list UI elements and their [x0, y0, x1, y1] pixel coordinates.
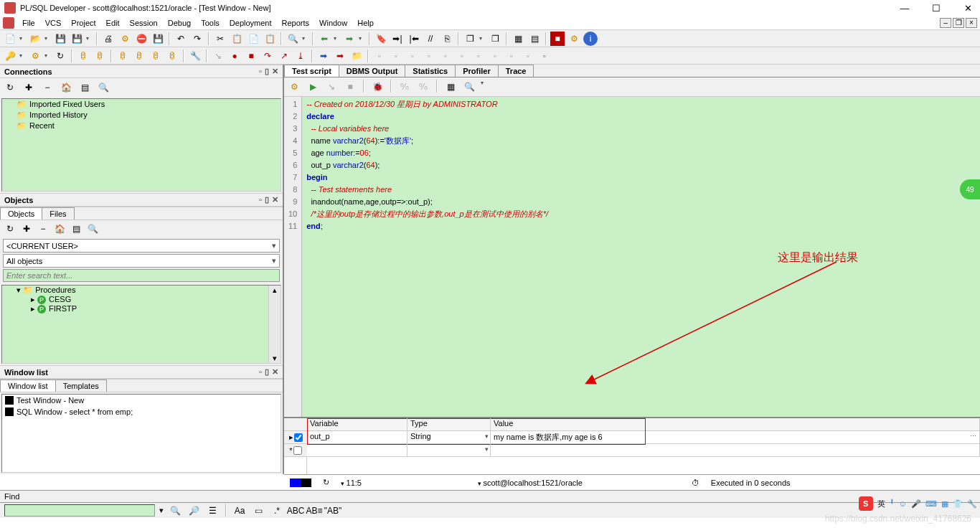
tab-test-script[interactable]: Test script [284, 65, 339, 77]
tab-files[interactable]: Files [42, 207, 74, 220]
about-button[interactable]: i [583, 32, 598, 46]
stop2-button[interactable]: ■ [343, 80, 357, 94]
obj-refresh-icon[interactable]: ↻ [3, 222, 17, 236]
indent-button[interactable]: ➡| [390, 32, 405, 46]
panel-pin-icon[interactable]: ▫ [259, 67, 262, 76]
go2-button[interactable]: ➡ [333, 49, 347, 63]
type-dropdown-icon[interactable]: ▾ [485, 433, 489, 440]
paste-special-button[interactable]: 📋 [263, 32, 277, 46]
tab-dbms-output[interactable]: DBMS Output [339, 65, 405, 77]
row-check-1[interactable] [294, 433, 303, 442]
wl-close-icon[interactable]: ✕ [272, 367, 278, 377]
obj-nav-icon[interactable]: 🏠 [52, 222, 67, 236]
step-button[interactable]: ↘ [324, 80, 339, 94]
cell-type[interactable]: String▾ [407, 431, 491, 443]
find-ab-button[interactable]: AB≡ [307, 504, 321, 518]
undo-button[interactable]: ↶ [174, 32, 188, 46]
tree-item-firstp[interactable]: ▸ PFIRSTP [2, 304, 281, 314]
commit-button[interactable]: 💾 [151, 32, 165, 46]
ime-s-icon[interactable]: S [859, 496, 873, 511]
cut-button[interactable]: ✂ [213, 32, 227, 46]
tab-profiler[interactable]: Profiler [455, 65, 499, 77]
open-button[interactable]: 📂 [28, 32, 42, 46]
menu-reports[interactable]: Reports [277, 17, 315, 29]
wl-dock-icon[interactable]: ▯ [265, 367, 269, 377]
find-word-button[interactable]: ▭ [251, 504, 265, 518]
minimize-button[interactable]: — [895, 1, 914, 14]
find-all-button[interactable]: ☰ [205, 504, 220, 518]
grid-button[interactable]: ▦ [443, 80, 458, 94]
d7-button[interactable]: ▫ [471, 49, 486, 63]
menu-project[interactable]: Project [66, 17, 100, 29]
status-position[interactable]: 11:5 [341, 478, 362, 487]
back-button[interactable]: ⬅ [317, 32, 331, 46]
comment-button[interactable]: // [423, 32, 438, 46]
db-4-button[interactable]: 🛢 [132, 49, 146, 63]
badge-count[interactable]: 49 [960, 179, 980, 199]
col-value[interactable]: Value [491, 418, 980, 430]
cell-variable[interactable]: out_p [307, 431, 407, 443]
refresh-button[interactable]: ↻ [53, 49, 67, 63]
db-1-button[interactable]: 🛢 [76, 49, 90, 63]
menu-deployment[interactable]: Deployment [225, 17, 277, 29]
sb-up[interactable]: ▴ [269, 286, 281, 295]
cascade-button[interactable]: ▤ [527, 32, 542, 46]
code-body[interactable]: -- Created on 2018/12/30 星期日 by ADMINIST… [302, 97, 552, 417]
row-check-new[interactable] [293, 446, 302, 455]
save-button[interactable]: 💾 [53, 32, 67, 46]
run-button[interactable]: ▶ [306, 80, 320, 94]
tree-item-cesg[interactable]: ▸ PCESG [2, 295, 281, 304]
conn-node-imported-history[interactable]: Imported History [2, 110, 281, 121]
sb-down[interactable]: ▾ [269, 354, 281, 363]
winlist-item-sql[interactable]: SQL Window - select * from emp; [2, 406, 281, 418]
d10-button[interactable]: ▫ [521, 49, 535, 63]
menu-debug[interactable]: Debug [163, 17, 196, 29]
cell-value[interactable]: my name is 数据库,my age is 6⋯ [491, 431, 980, 443]
save-all-button[interactable]: 💾 [70, 32, 84, 46]
d4-button[interactable]: ▫ [422, 49, 436, 63]
tab-objects[interactable]: Objects [0, 207, 42, 220]
win2-button[interactable]: ❐ [488, 32, 502, 46]
tab-windowlist[interactable]: Window list [0, 380, 56, 392]
obj-close-icon[interactable]: ✕ [272, 195, 278, 204]
mdi-minimize[interactable]: – [940, 18, 951, 28]
step-over-button[interactable]: ↷ [260, 49, 275, 63]
d8-button[interactable]: ▫ [488, 49, 502, 63]
tree-procedures[interactable]: ▾ 📁 Procedures [2, 286, 281, 295]
exec-button[interactable]: ⚙ [118, 32, 132, 46]
obj-tree-icon[interactable]: ▤ [69, 222, 83, 236]
obj-dock-icon[interactable]: ▯ [265, 195, 269, 204]
break-button[interactable]: ⛔ [134, 32, 149, 46]
vo2-button[interactable]: ⁰⁄₀ [416, 80, 430, 94]
conn-remove-icon[interactable]: − [40, 80, 55, 95]
connections-tree[interactable]: Imported Fixed Users Imported History Re… [1, 98, 281, 192]
d5-button[interactable]: ▫ [438, 49, 453, 63]
db-2-button[interactable]: 🛢 [93, 49, 107, 63]
find-prev-button[interactable]: 🔎 [187, 504, 201, 518]
object-search-input[interactable]: Enter search text... [3, 269, 280, 282]
ime-box-icon[interactable]: ▦ [941, 499, 948, 509]
menu-vcs[interactable]: VCS [40, 17, 67, 29]
ime-lang[interactable]: 英 [877, 499, 885, 509]
db-5-button[interactable]: 🛢 [149, 49, 163, 63]
format-button[interactable]: ⎘ [440, 32, 454, 46]
conn-add-icon[interactable]: ✚ [22, 80, 36, 95]
run-to-button[interactable]: ⤓ [293, 49, 308, 63]
d3-button[interactable]: ▫ [405, 49, 420, 63]
menu-file[interactable]: File [17, 17, 40, 29]
panel-dock-icon[interactable]: ▯ [265, 67, 269, 76]
col-type[interactable]: Type [407, 418, 491, 430]
find-case-button[interactable]: Aa [232, 504, 247, 518]
ime-mic-icon[interactable]: 🎤 [911, 499, 921, 509]
objects-tree[interactable]: ▾ 📁 Procedures ▸ PCESG ▸ PFIRSTP ▴▾ [1, 285, 281, 364]
tab-statistics[interactable]: Statistics [405, 65, 456, 77]
stop-red-button[interactable]: ■ [244, 49, 258, 63]
copy-button[interactable]: 📋 [230, 32, 244, 46]
maximize-button[interactable]: ☐ [927, 1, 946, 14]
obj-find-icon[interactable]: 🔍 [85, 222, 100, 236]
ime-emoji-icon[interactable]: ☺ [899, 499, 907, 508]
forward-button[interactable]: ➡ [342, 32, 357, 46]
menu-session[interactable]: Session [125, 17, 163, 29]
find-button[interactable]: 🔍 [286, 32, 300, 46]
find-next-button[interactable]: 🔍 [168, 504, 182, 518]
